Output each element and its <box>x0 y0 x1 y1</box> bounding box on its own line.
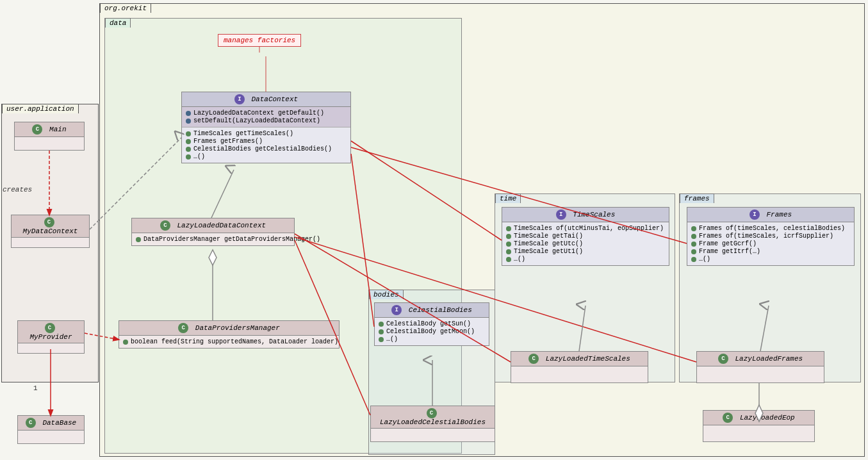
method-gettai: TimeScale getTai() <box>506 233 665 240</box>
class-badge-dpm: C <box>178 323 188 333</box>
interface-badge-ts: I <box>556 209 566 220</box>
data-package-label: data <box>105 18 131 28</box>
method-getdpm: DataProvidersManager getDataProvidersMan… <box>136 236 290 243</box>
llf-header: C LazyLoadedFrames <box>697 352 824 366</box>
method-getgcrf: Frame getGcrf() <box>691 240 850 247</box>
method-getmoon: CelestialBody getMoon() <box>379 328 485 335</box>
time-package-label: time <box>495 193 521 203</box>
llts-header: C LazyLoadedTimeScales <box>511 352 648 366</box>
manages-factories-note: manages factories <box>218 34 301 47</box>
lazy-loaded-timescales-class: C LazyLoadedTimeScales <box>511 351 648 383</box>
data-context-header: I DataContext <box>182 92 350 107</box>
llcb-methods <box>371 429 495 441</box>
method-getutc: TimeScale getUtc() <box>506 240 665 247</box>
lle-methods <box>703 425 814 438</box>
creates-label: creates <box>3 186 32 193</box>
lldc-methods: DataProvidersManager getDataProvidersMan… <box>132 233 294 245</box>
frames-name: Frames <box>767 211 792 218</box>
class-badge-mdc: C <box>44 217 54 227</box>
method-dc-more: …() <box>186 153 347 160</box>
class-badge-lldc: C <box>160 220 170 231</box>
class-badge-main: C <box>32 124 42 135</box>
data-providers-manager-class: C DataProvidersManager boolean feed(Stri… <box>119 320 340 349</box>
method-feed: boolean feed(String supportedNames, Data… <box>123 338 335 345</box>
main-header: C Main <box>15 122 84 137</box>
mdc-header: C MyDataContext <box>12 215 89 238</box>
frames-header: I Frames <box>687 208 854 222</box>
llf-methods <box>697 366 824 379</box>
dpm-methods: boolean feed(String supportedNames, Data… <box>119 336 339 348</box>
lldc-header: C LazyLoadedDataContext <box>132 218 294 233</box>
lazy-loaded-data-context-class: C LazyLoadedDataContext DataProvidersMan… <box>131 218 295 246</box>
method-fr-of2: Frames of(timeScales, icrfSupplier) <box>691 233 850 240</box>
celestial-bodies-class: I CelestialBodies CelestialBody getSun()… <box>374 302 489 346</box>
my-provider-class: C MyProvider <box>17 320 85 354</box>
llcb-name: LazyLoadedCelestialBodies <box>380 418 486 426</box>
db-methods <box>18 431 84 440</box>
frames-methods: Frames of(timeScales, celestialBodies) F… <box>687 222 854 265</box>
cb-methods: CelestialBody getSun() CelestialBody get… <box>375 318 489 345</box>
timescales-methods: TimeScales of(utcMinusTai, eopSupplier) … <box>502 222 669 265</box>
lazy-loaded-celestial-bodies-class: C LazyLoadedCelestialBodies <box>370 406 495 442</box>
db-name: DataBase <box>42 419 76 427</box>
bodies-package-label: bodies <box>369 290 404 299</box>
orekit-package-label: org.orekit <box>100 3 151 13</box>
my-data-context-class: C MyDataContext <box>11 215 90 248</box>
interface-badge-cb: I <box>391 305 402 315</box>
method-cb-more: …() <box>379 336 485 343</box>
class-badge-llcb: C <box>427 408 437 418</box>
frames-package-label: frames <box>680 193 714 203</box>
class-badge-mp: C <box>45 323 55 333</box>
lle-header: C LazyLoadedEop <box>703 411 814 425</box>
timescales-name: TimeScales <box>573 211 615 218</box>
interface-badge-dc: I <box>234 94 245 104</box>
method-getsun: CelestialBody getSun() <box>379 320 485 327</box>
mp-name: MyProvider <box>29 333 72 341</box>
frames-class: I Frames Frames of(timeScales, celestial… <box>687 207 855 266</box>
timescales-header: I TimeScales <box>502 208 669 222</box>
method-ts-of: TimeScales of(utcMinusTai, eopSupplier) <box>506 225 665 232</box>
data-context-methods: TimeScales getTimeScales() Frames getFra… <box>182 127 350 163</box>
method-fr-of1: Frames of(timeScales, celestialBodies) <box>691 225 850 232</box>
mp-methods <box>18 343 84 353</box>
method-getut1: TimeScale getUt1() <box>506 248 665 255</box>
method-setdefault: setDefault(LazyLoadedDataContext) <box>186 117 347 124</box>
dpm-name: DataProvidersManager <box>195 324 280 332</box>
dpm-header: C DataProvidersManager <box>119 321 339 336</box>
interface-badge-fr: I <box>749 209 760 220</box>
class-badge-llf: C <box>718 354 728 364</box>
method-gettimescales: TimeScales getTimeScales() <box>186 130 347 137</box>
main-methods <box>15 137 84 147</box>
class-badge-lle: C <box>723 413 733 423</box>
mdc-methods <box>12 238 89 247</box>
llf-name: LazyLoadedFrames <box>735 355 803 363</box>
data-context-class: I DataContext LazyLoadedDataContext getD… <box>181 92 351 163</box>
user-application-label: user.application <box>2 104 79 113</box>
lldc-name: LazyLoadedDataContext <box>177 222 266 229</box>
lazy-loaded-frames-class: C LazyLoadedFrames <box>696 351 824 383</box>
data-context-name: DataContext <box>251 95 298 103</box>
llts-name: LazyLoadedTimeScales <box>546 355 630 363</box>
lazy-loaded-eop-class: C LazyLoadedEop <box>703 410 815 442</box>
cb-name: CelestialBodies <box>409 306 472 314</box>
mdc-name: MyDataContext <box>23 227 78 235</box>
method-getcelestial: CelestialBodies getCelestialBodies() <box>186 145 347 152</box>
method-getframes: Frames getFrames() <box>186 138 347 145</box>
llcb-header: C LazyLoadedCelestialBodies <box>371 406 495 429</box>
method-getdefault: LazyLoadedDataContext getDefault() <box>186 110 347 117</box>
cb-header: I CelestialBodies <box>375 303 489 318</box>
main-name: Main <box>49 126 66 133</box>
lle-name: LazyLoadedEop <box>740 414 795 422</box>
main-class: C Main <box>14 122 85 151</box>
method-ts-more: …() <box>506 256 665 263</box>
llts-methods <box>511 366 648 379</box>
db-header: C DataBase <box>18 416 84 431</box>
class-badge-db: C <box>26 418 36 428</box>
method-getitrf: Frame getItrf(…) <box>691 248 850 255</box>
mp-header: C MyProvider <box>18 321 84 343</box>
data-context-static-methods: LazyLoadedDataContext getDefault() setDe… <box>182 107 350 127</box>
database-class: C DataBase <box>17 415 85 444</box>
timescales-class: I TimeScales TimeScales of(utcMinusTai, … <box>502 207 669 266</box>
multiplicity-label: 1 <box>33 384 38 392</box>
method-fr-more: …() <box>691 256 850 263</box>
